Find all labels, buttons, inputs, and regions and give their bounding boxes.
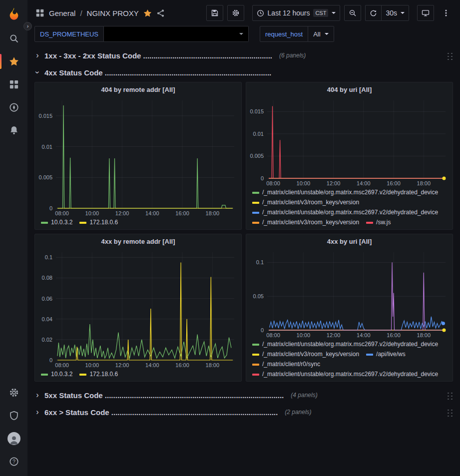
sidebar-item-dashboards[interactable] [0, 73, 27, 96]
svg-text:10:00: 10:00 [297, 332, 311, 338]
svg-text:?: ? [12, 459, 15, 465]
timeseries-chart[interactable]: 08:0010:0012:0014:0016:0018:0000.020.040… [35, 248, 241, 369]
chevron-down-icon [239, 33, 243, 35]
panel-title[interactable]: 404 by remote addr [All] [35, 82, 241, 96]
save-icon [211, 9, 219, 17]
row-drag-handle[interactable] [447, 51, 453, 60]
svg-text:12:00: 12:00 [327, 332, 341, 338]
topbar: General / NGINX PROXY [27, 0, 460, 26]
save-dashboard-button[interactable] [206, 5, 223, 21]
sidebar-item-configuration[interactable] [0, 381, 27, 404]
legend-item[interactable]: /_matrix/client/v3/room_keys/version [252, 218, 359, 227]
favorite-star-icon[interactable] [143, 9, 152, 17]
svg-text:0.04: 0.04 [42, 316, 52, 322]
panel-404-by-remote-addr: 404 by remote addr [All] 08:0010:0012:00… [34, 82, 242, 230]
dashboard-title[interactable]: NGINX PROXY [87, 9, 139, 17]
sidebar-item-server-admin[interactable] [0, 404, 27, 427]
legend-item[interactable]: /_matrix/client/unstable/org.matrix.msc2… [252, 188, 438, 197]
row-panel-count: (6 panels) [279, 52, 306, 59]
more-options-button[interactable] [438, 5, 454, 21]
svg-text:10:00: 10:00 [85, 362, 99, 368]
breadcrumb-folder[interactable]: General [49, 9, 75, 17]
zoom-out-button[interactable] [344, 5, 361, 21]
zoom-out-icon [349, 9, 357, 17]
panel-legend: /_matrix/client/unstable/org.matrix.msc2… [246, 187, 453, 229]
grafana-logo[interactable] [0, 0, 27, 27]
legend-series-label: /sw.js [376, 218, 391, 227]
row-drag-handle[interactable] [447, 391, 453, 400]
apps-grid-icon[interactable] [35, 8, 44, 17]
refresh-interval-select[interactable]: 30s [381, 5, 409, 21]
legend-item[interactable]: /api/live/ws [366, 350, 406, 359]
star-icon [9, 56, 19, 66]
sidebar-item-help[interactable]: ? [0, 450, 27, 473]
sidebar-item-search[interactable] [0, 27, 27, 50]
svg-text:0.005: 0.005 [38, 174, 52, 180]
tv-mode-button[interactable] [417, 5, 434, 21]
breadcrumb: General / NGINX PROXY [35, 8, 165, 17]
breadcrumb-separator: / [80, 9, 82, 17]
sidebar-bottom-group: ? [0, 381, 27, 473]
sidebar-item-explore[interactable] [0, 96, 27, 119]
sidebar-collapse-toggle[interactable]: › [23, 22, 32, 30]
datasource-variable-label[interactable]: DS_PROMETHEUS [34, 26, 104, 42]
legend-item[interactable]: 10.0.3.2 [41, 370, 72, 379]
legend-series-mark [252, 212, 259, 214]
timeseries-chart[interactable]: 08:0010:0012:0014:0016:0018:0000.0050.01… [35, 96, 241, 217]
datasource-select[interactable] [104, 26, 249, 42]
panel-title[interactable]: 404 by uri [All] [246, 82, 453, 96]
legend-item[interactable]: 10.0.3.2 [41, 218, 72, 227]
legend-item[interactable]: /_matrix/client/r0/sync [252, 360, 320, 369]
row-title: 6xx > Status Code ......................… [44, 408, 278, 417]
avatar [7, 432, 20, 445]
svg-text:16:00: 16:00 [175, 362, 189, 368]
svg-text:10:00: 10:00 [297, 180, 311, 186]
legend-series-label: /api/live/ws [376, 350, 406, 359]
legend-item[interactable]: /_matrix/client/v3/room_keys/version [252, 198, 359, 207]
legend-series-label: /_matrix/client/r0/sync [262, 360, 320, 369]
row-5xx[interactable]: › 5xx Status Code ......................… [34, 388, 453, 403]
row-4xx[interactable]: › 4xx Status Code ......................… [34, 65, 453, 80]
legend-item[interactable]: 172.18.0.6 [79, 218, 118, 227]
share-icon[interactable] [156, 9, 165, 17]
shield-icon [9, 411, 19, 421]
legend-item[interactable]: /_matrix/client/v3/room_keys/version [252, 350, 359, 359]
legend-item[interactable]: /sw.js [366, 218, 391, 227]
request-host-select[interactable]: All [308, 26, 334, 42]
chevron-right-icon: › [34, 408, 40, 416]
variable-request-host: request_host All [260, 26, 334, 42]
sidebar-item-profile[interactable] [0, 427, 27, 450]
legend-series-label: /_matrix/client/v3/room_keys/version [262, 198, 359, 207]
panel-title[interactable]: 4xx by remote addr [All] [35, 234, 241, 248]
row-6xx[interactable]: › 6xx > Status Code ....................… [34, 405, 453, 420]
legend-item[interactable]: 172.18.0.6 [79, 370, 118, 379]
svg-text:0.1: 0.1 [256, 259, 264, 265]
timeseries-chart[interactable]: 08:0010:0012:0014:0016:0018:0000.050.1 [246, 248, 453, 339]
legend-item[interactable]: /_matrix/client/unstable/org.matrix.msc2… [252, 370, 438, 379]
svg-text:14:00: 14:00 [145, 210, 159, 216]
legend-series-mark [79, 374, 86, 376]
panel-title[interactable]: 4xx by uri [All] [246, 234, 453, 248]
chevron-down-icon [401, 12, 405, 14]
refresh-button[interactable] [365, 5, 381, 21]
panel-4xx-by-uri: 4xx by uri [All] 08:0010:0012:0014:0016:… [246, 234, 453, 382]
legend-item[interactable]: /_matrix/client/unstable/org.matrix.msc2… [252, 208, 438, 217]
sidebar-item-alerting[interactable] [0, 119, 27, 142]
svg-text:0.02: 0.02 [42, 337, 52, 343]
chevron-right-icon: › [27, 23, 29, 29]
legend-item[interactable]: /_matrix/client/unstable/org.matrix.msc2… [252, 340, 438, 349]
time-range-picker[interactable]: Last 12 hours CST [252, 5, 341, 21]
chevron-down-icon [325, 33, 329, 35]
svg-text:12:00: 12:00 [327, 180, 341, 186]
legend-series-mark [252, 192, 259, 194]
dashboard-settings-button[interactable] [227, 5, 244, 21]
row-1xx-3xx-2xx[interactable]: › 1xx - 3xx - 2xx Status Code ..........… [34, 48, 453, 63]
timeseries-chart[interactable]: 08:0010:0012:0014:0016:0018:0000.0050.01… [246, 96, 453, 187]
row-drag-handle[interactable] [447, 408, 453, 417]
sidebar-item-starred[interactable] [0, 50, 27, 73]
svg-text:0.015: 0.015 [38, 113, 52, 119]
svg-text:0.08: 0.08 [42, 275, 52, 281]
grafana-flame-icon [7, 6, 21, 20]
svg-text:16:00: 16:00 [175, 210, 189, 216]
request-host-variable-label[interactable]: request_host [260, 26, 308, 42]
